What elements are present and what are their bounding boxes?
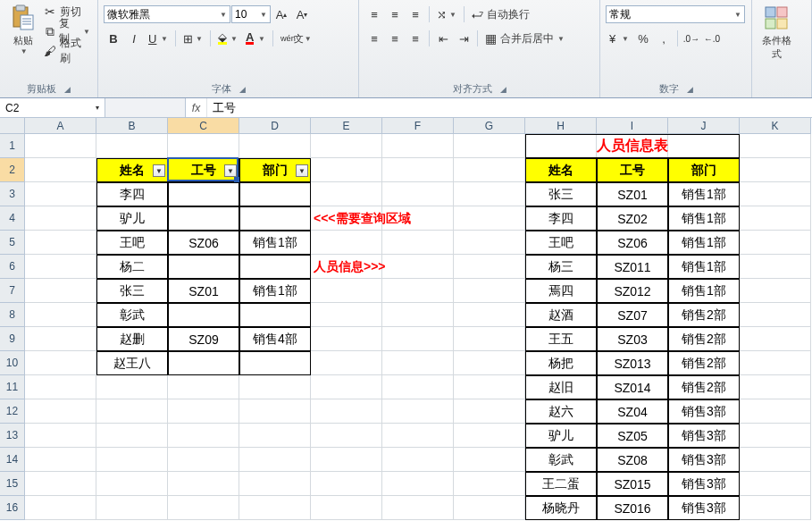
cell[interactable]: 销售1部: [239, 231, 311, 255]
cell[interactable]: [239, 424, 311, 448]
cell[interactable]: [168, 351, 239, 375]
cell[interactable]: [168, 182, 239, 206]
merge-center-button[interactable]: ▦合并后居中▼: [481, 29, 580, 48]
filter-dropdown-icon[interactable]: ▼: [296, 164, 308, 177]
cell[interactable]: [740, 279, 811, 303]
column-header[interactable]: E: [311, 118, 382, 134]
filter-dropdown-icon[interactable]: ▼: [224, 164, 237, 177]
cell[interactable]: 部门: [668, 158, 740, 182]
cell[interactable]: 销售4部: [239, 327, 311, 351]
cell[interactable]: [382, 158, 454, 182]
fx-button[interactable]: fx: [186, 98, 207, 117]
increase-font-button[interactable]: A▴: [272, 5, 291, 23]
align-bottom-button[interactable]: ≡: [406, 5, 425, 23]
cell[interactable]: [168, 472, 239, 496]
cell[interactable]: [740, 448, 811, 472]
cell[interactable]: [454, 424, 525, 448]
font-color-button[interactable]: A▼: [242, 29, 269, 47]
cell[interactable]: [740, 303, 811, 327]
cell[interactable]: [382, 279, 454, 303]
cell[interactable]: [454, 158, 525, 182]
column-header[interactable]: K: [740, 118, 811, 134]
cell[interactable]: 李四: [525, 206, 597, 231]
cell[interactable]: 赵删: [96, 327, 168, 351]
row-header[interactable]: 5: [0, 231, 25, 255]
row-header[interactable]: 3: [0, 182, 25, 206]
cell[interactable]: [311, 327, 382, 351]
cell[interactable]: 张三: [525, 182, 597, 206]
cell[interactable]: [454, 134, 525, 158]
cell[interactable]: 王二蛋: [525, 472, 597, 496]
cell[interactable]: [740, 472, 811, 496]
cell[interactable]: [168, 399, 239, 424]
cell[interactable]: [454, 472, 525, 496]
decrease-indent-button[interactable]: ⇤: [433, 29, 453, 47]
column-header[interactable]: B: [96, 118, 168, 134]
cell[interactable]: [239, 182, 311, 206]
cell[interactable]: SZ05: [597, 424, 668, 448]
row-header[interactable]: 2: [0, 158, 25, 182]
cell[interactable]: [740, 134, 811, 158]
cell[interactable]: [311, 448, 382, 472]
cell[interactable]: 销售1部: [668, 279, 740, 303]
cell[interactable]: [25, 448, 96, 472]
cell[interactable]: 销售2部: [668, 375, 740, 399]
cell[interactable]: 销售2部: [668, 327, 740, 351]
row-header[interactable]: 6: [0, 255, 25, 279]
formula-input[interactable]: 工号: [207, 100, 812, 116]
cell[interactable]: [239, 134, 311, 158]
cell[interactable]: [311, 303, 382, 327]
cell[interactable]: 销售2部: [668, 351, 740, 375]
cell[interactable]: [454, 182, 525, 206]
number-format-combo[interactable]: 常规▼: [606, 5, 745, 23]
cell[interactable]: [740, 424, 811, 448]
format-painter-button[interactable]: 🖌格式刷: [41, 41, 92, 61]
cell[interactable]: 销售2部: [668, 303, 740, 327]
cell[interactable]: [239, 472, 311, 496]
cell[interactable]: [239, 206, 311, 231]
cell[interactable]: 彰武: [96, 303, 168, 327]
cell[interactable]: 驴儿: [525, 424, 597, 448]
cell[interactable]: SZ016: [597, 496, 668, 520]
launcher-icon[interactable]: ◢: [64, 85, 71, 94]
cell[interactable]: 姓名▼: [96, 158, 168, 182]
cell[interactable]: 杨二: [96, 255, 168, 279]
decrease-decimal-button[interactable]: ←.0: [702, 29, 722, 47]
cell[interactable]: SZ012: [597, 279, 668, 303]
cell[interactable]: [382, 182, 454, 206]
cell[interactable]: [740, 182, 811, 206]
cell[interactable]: [382, 351, 454, 375]
fill-color-button[interactable]: ⬙▼: [214, 29, 241, 47]
cell[interactable]: [25, 303, 96, 327]
row-header[interactable]: 9: [0, 327, 25, 351]
row-header[interactable]: 15: [0, 472, 25, 496]
cell[interactable]: [311, 472, 382, 496]
name-box[interactable]: C2 ▾: [0, 98, 105, 117]
decrease-font-button[interactable]: A▾: [292, 5, 312, 23]
cell[interactable]: 销售3部: [668, 448, 740, 472]
cell[interactable]: [740, 375, 811, 399]
cell[interactable]: 赵六: [525, 399, 597, 424]
cell[interactable]: [311, 399, 382, 424]
cell[interactable]: [25, 327, 96, 351]
cell[interactable]: [25, 134, 96, 158]
cell[interactable]: SZ03: [597, 327, 668, 351]
cell[interactable]: 部门▼: [239, 158, 311, 182]
cell[interactable]: 销售1部: [668, 231, 740, 255]
cell[interactable]: 销售1部: [239, 279, 311, 303]
row-header[interactable]: 7: [0, 279, 25, 303]
cell[interactable]: [454, 255, 525, 279]
cell[interactable]: [382, 327, 454, 351]
row-header[interactable]: 12: [0, 399, 25, 424]
cell[interactable]: [454, 496, 525, 520]
cell[interactable]: [454, 303, 525, 327]
cell[interactable]: [239, 375, 311, 399]
row-header[interactable]: 4: [0, 206, 25, 231]
cell[interactable]: [382, 424, 454, 448]
align-center-button[interactable]: ≡: [385, 29, 405, 47]
cell[interactable]: [168, 496, 239, 520]
filter-dropdown-icon[interactable]: ▼: [153, 164, 165, 177]
cell[interactable]: SZ07: [597, 303, 668, 327]
cell[interactable]: [25, 182, 96, 206]
cell[interactable]: [382, 472, 454, 496]
